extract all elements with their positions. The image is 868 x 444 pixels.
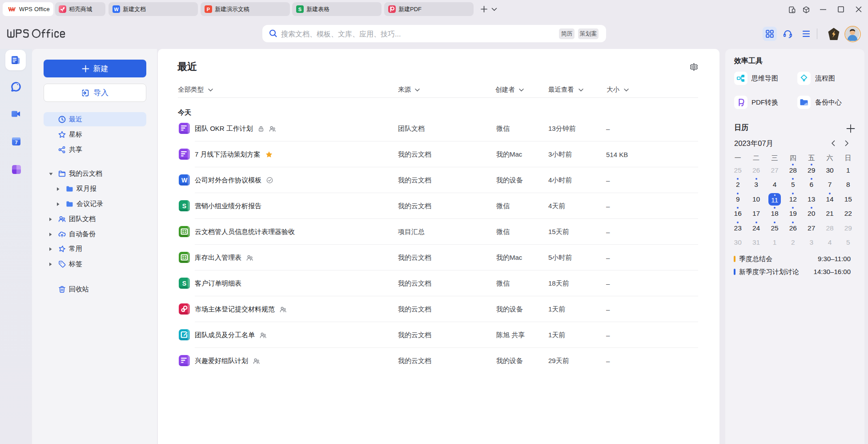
svg-text:W: W — [181, 177, 188, 184]
svg-text:S: S — [182, 202, 186, 210]
svg-text:7: 7 — [15, 140, 17, 145]
svg-text:S: S — [182, 280, 186, 287]
